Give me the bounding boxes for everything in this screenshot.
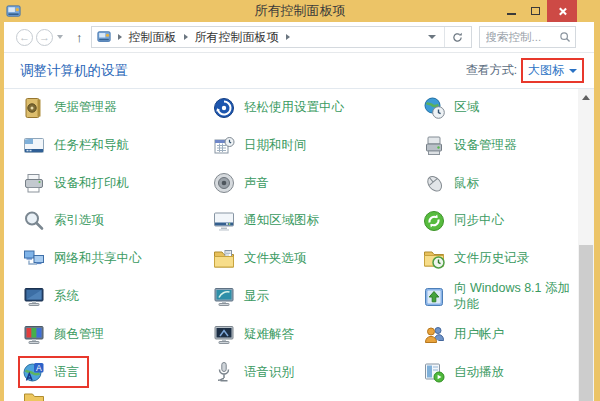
item-credential-manager[interactable]: 凭据管理器 bbox=[22, 96, 117, 120]
items-grid: 凭据管理器轻松使用设置中心区域任务栏和导航日期和时间设备管理器设备和打印机声音鼠… bbox=[4, 89, 578, 401]
up-icon: ↑ bbox=[76, 30, 83, 45]
item-sound[interactable]: 声音 bbox=[212, 171, 269, 195]
item-label: 同步中心 bbox=[454, 213, 504, 229]
item-label: 向 Windows 8.1 添加功能 bbox=[454, 281, 570, 312]
breadcrumb-all-items[interactable]: 所有控制面板项 bbox=[195, 29, 279, 46]
search-box bbox=[479, 26, 576, 48]
troubleshooting-icon bbox=[212, 323, 236, 347]
maximize-button[interactable] bbox=[523, 0, 547, 22]
item-device-manager[interactable]: 设备管理器 bbox=[422, 134, 517, 158]
color-management-icon bbox=[22, 323, 46, 347]
notification-area-icons-icon bbox=[212, 209, 236, 233]
item-label: 索引选项 bbox=[54, 213, 104, 229]
page-title: 调整计算机的设置 bbox=[20, 62, 128, 80]
close-icon bbox=[558, 7, 567, 16]
item-indexing-options[interactable]: 索引选项 bbox=[22, 209, 104, 233]
folder-partial-icon bbox=[22, 391, 46, 401]
control-panel-window: 所有控制面板项 ← → ↑ 控制面板 所有控制面板项 bbox=[0, 0, 600, 401]
credential-manager-icon bbox=[22, 96, 46, 120]
network-and-sharing-center-icon bbox=[22, 247, 46, 271]
caption-buttons bbox=[499, 0, 577, 22]
refresh-button[interactable] bbox=[445, 27, 471, 47]
item-system[interactable]: 系统 bbox=[22, 285, 79, 309]
item-notification-area-icons[interactable]: 通知区域图标 bbox=[212, 209, 319, 233]
item-autoplay[interactable]: 自动播放 bbox=[422, 360, 504, 384]
view-by-label: 查看方式: bbox=[466, 62, 517, 79]
item-label: 用户帐户 bbox=[454, 327, 504, 343]
item-ease-of-access-center[interactable]: 轻松使用设置中心 bbox=[212, 96, 344, 120]
item-network-and-sharing-center[interactable]: 网络和共享中心 bbox=[22, 247, 142, 271]
item-label: 设备管理器 bbox=[454, 138, 517, 154]
item-label: 自动播放 bbox=[454, 365, 504, 381]
indexing-options-icon bbox=[22, 209, 46, 233]
up-button[interactable]: ↑ bbox=[76, 30, 83, 45]
item-label: 网络和共享中心 bbox=[54, 251, 142, 267]
item-label: 区域 bbox=[454, 100, 479, 116]
maximize-icon bbox=[531, 7, 540, 15]
breadcrumb-separator-icon bbox=[286, 34, 290, 40]
item-taskbar-and-navigation[interactable]: 任务栏和导航 bbox=[22, 134, 129, 158]
item-speech-recognition[interactable]: 语音识别 bbox=[212, 360, 294, 384]
address-bar: ← → ↑ 控制面板 所有控制面板项 bbox=[4, 22, 594, 53]
recent-pages-chevron-icon[interactable] bbox=[57, 35, 63, 39]
back-button[interactable]: ← bbox=[16, 29, 33, 46]
sound-icon bbox=[212, 171, 236, 195]
item-file-history[interactable]: 文件历史记录 bbox=[422, 247, 529, 271]
item-color-management[interactable]: 颜色管理 bbox=[22, 323, 104, 347]
address-dropdown-chevron-icon[interactable] bbox=[428, 35, 436, 39]
item-region[interactable]: 区域 bbox=[422, 96, 479, 120]
item-add-features-to-windows[interactable]: 向 Windows 8.1 添加功能 bbox=[422, 281, 570, 312]
add-features-to-windows-icon bbox=[422, 285, 446, 309]
autoplay-icon bbox=[422, 360, 446, 384]
speech-recognition-icon bbox=[212, 360, 236, 384]
file-history-icon bbox=[422, 247, 446, 271]
taskbar-and-navigation-icon bbox=[22, 134, 46, 158]
item-label: 声音 bbox=[244, 176, 269, 192]
view-by-value: 大图标 bbox=[528, 62, 564, 79]
item-user-accounts[interactable]: 用户帐户 bbox=[422, 323, 504, 347]
breadcrumb-control-panel[interactable]: 控制面板 bbox=[129, 29, 177, 46]
item-sync-center[interactable]: 同步中心 bbox=[422, 209, 504, 233]
item-language[interactable]: A语言 bbox=[18, 356, 89, 388]
item-label: 文件夹选项 bbox=[244, 251, 307, 267]
system-icon bbox=[22, 285, 46, 309]
breadcrumb-separator-icon bbox=[118, 34, 122, 40]
language-icon: A bbox=[22, 360, 46, 384]
breadcrumb-separator-icon bbox=[184, 34, 188, 40]
item-label: 语言 bbox=[54, 365, 79, 381]
vertical-scrollbar[interactable] bbox=[578, 89, 594, 401]
item-label: 颜色管理 bbox=[54, 327, 104, 343]
item-devices-and-printers[interactable]: 设备和打印机 bbox=[22, 171, 129, 195]
scrollbar-thumb[interactable] bbox=[579, 245, 593, 401]
item-label: 通知区域图标 bbox=[244, 213, 319, 229]
scroll-up-icon bbox=[582, 95, 590, 100]
item-label: 凭据管理器 bbox=[54, 100, 117, 116]
close-button[interactable] bbox=[547, 0, 577, 22]
search-input[interactable] bbox=[486, 31, 559, 43]
item-troubleshooting[interactable]: 疑难解答 bbox=[212, 323, 294, 347]
view-by-dropdown[interactable]: 大图标 bbox=[521, 58, 584, 83]
item-date-and-time[interactable]: 日期和时间 bbox=[212, 134, 307, 158]
content-header: 调整计算机的设置 查看方式: 大图标 bbox=[4, 53, 594, 89]
user-accounts-icon bbox=[422, 323, 446, 347]
item-display[interactable]: 显示 bbox=[212, 285, 269, 309]
item-label: 设备和打印机 bbox=[54, 176, 129, 192]
minimize-button[interactable] bbox=[499, 0, 523, 22]
item-label: 鼠标 bbox=[454, 176, 479, 192]
item-folder-partial bbox=[22, 391, 46, 401]
item-label: 任务栏和导航 bbox=[54, 138, 129, 154]
svg-text:A: A bbox=[36, 363, 42, 373]
ease-of-access-center-icon bbox=[212, 96, 236, 120]
scroll-up-button[interactable] bbox=[578, 89, 594, 105]
item-mouse[interactable]: 鼠标 bbox=[422, 171, 479, 195]
sync-center-icon bbox=[422, 209, 446, 233]
item-folder-options[interactable]: 文件夹选项 bbox=[212, 247, 307, 271]
minimize-icon bbox=[507, 13, 516, 15]
window-border-right bbox=[594, 22, 600, 401]
folder-options-icon bbox=[212, 247, 236, 271]
forward-button[interactable]: → bbox=[36, 29, 53, 46]
breadcrumb[interactable]: 控制面板 所有控制面板项 bbox=[91, 26, 472, 48]
device-manager-icon bbox=[422, 134, 446, 158]
breadcrumb-icon bbox=[97, 30, 111, 44]
mouse-icon bbox=[422, 171, 446, 195]
